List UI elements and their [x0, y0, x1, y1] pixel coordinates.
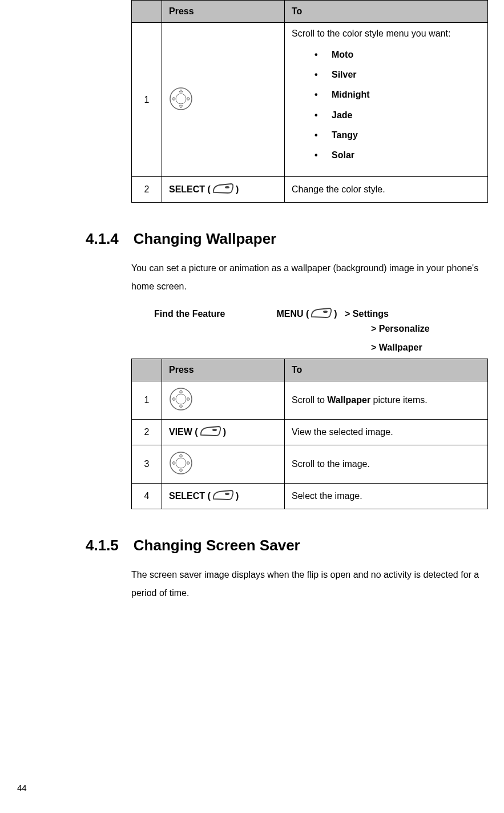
softkey-icon	[212, 183, 235, 196]
press-cell: SELECT ( )	[162, 177, 285, 203]
softkey-close: )	[236, 184, 239, 195]
svg-point-0	[170, 88, 192, 110]
to-post: picture items.	[370, 395, 428, 405]
table-row: 4 SELECT ( ) Select the image.	[132, 483, 488, 509]
section-heading-415: 4.1.5 Changing Screen Saver	[86, 537, 487, 554]
list-item: Jade	[315, 105, 481, 125]
table-row: 1 Scroll to Wallpaper picture items.	[132, 381, 488, 419]
svg-point-6	[212, 429, 217, 431]
nav-dpad-icon	[169, 87, 193, 113]
section-heading-414: 4.1.4 Changing Wallpaper	[86, 230, 487, 248]
softkey-close: )	[223, 427, 226, 437]
softkey-close: )	[236, 491, 239, 501]
color-style-steps-table: Press To 1 Scroll to the color	[131, 0, 488, 203]
wallpaper-steps-table: Press To 1 Scroll to Wallpaper	[131, 359, 488, 509]
svg-point-1	[176, 94, 186, 104]
menu-label-suffix: )	[334, 309, 337, 319]
table-header-blank	[132, 1, 162, 23]
find-feature-label: Find the Feature	[154, 309, 225, 319]
table-header-press: Press	[162, 359, 285, 381]
step-number: 1	[132, 381, 162, 419]
color-style-list: Moto Silver Midnight Jade Tangy Solar	[292, 45, 481, 165]
menu-path-personalize: > Personalize	[371, 321, 487, 337]
to-cell: Scroll to the image.	[285, 445, 488, 483]
softkey-icon	[199, 425, 222, 439]
press-cell: SELECT ( )	[162, 483, 285, 509]
press-cell	[162, 381, 285, 419]
softkey-text: VIEW (	[169, 427, 198, 437]
step-number: 4	[132, 483, 162, 509]
press-cell: VIEW ( )	[162, 419, 285, 445]
svg-point-2	[225, 186, 229, 188]
softkey-icon	[310, 307, 333, 321]
to-cell: Scroll to Wallpaper picture items.	[285, 381, 488, 419]
list-item: Solar	[315, 145, 481, 165]
to-bold: Wallpaper	[327, 395, 370, 405]
press-cell	[162, 445, 285, 483]
list-item: Tangy	[315, 125, 481, 145]
list-item: Moto	[315, 45, 481, 65]
table-header-press: Press	[162, 1, 285, 23]
svg-point-3	[323, 311, 328, 313]
svg-point-7	[170, 452, 192, 474]
to-cell: Select the image.	[285, 483, 488, 509]
menu-path-wallpaper: > Wallpaper	[371, 340, 487, 356]
section-body-415: The screen saver image displays when the…	[131, 566, 487, 602]
to-cell: Scroll to the color style menu you want:…	[285, 23, 488, 177]
svg-point-4	[170, 388, 192, 410]
find-the-feature-row: Find the Feature MENU ( ) > Settings	[154, 307, 487, 321]
to-pre: Scroll to	[292, 395, 327, 405]
step-number: 3	[132, 445, 162, 483]
press-cell	[162, 23, 285, 177]
list-item: Midnight	[315, 84, 481, 104]
softkey-text: SELECT (	[169, 184, 211, 195]
section-body-414: You can set a picture or animation as a …	[131, 259, 487, 296]
menu-path-settings: > Settings	[345, 309, 389, 319]
table-header-blank	[132, 359, 162, 381]
to-intro-text: Scroll to the color style menu you want:	[292, 29, 481, 39]
nav-dpad-icon	[169, 387, 193, 413]
softkey-icon	[212, 489, 235, 503]
softkey-text: SELECT (	[169, 491, 211, 501]
table-header-to: To	[285, 359, 488, 381]
table-row: 1 Scroll to the color style menu you wan…	[132, 23, 488, 177]
to-cell: Change the color style.	[285, 177, 488, 203]
svg-point-9	[225, 493, 229, 495]
page-number: 44	[17, 783, 27, 792]
table-header-to: To	[285, 1, 488, 23]
svg-point-8	[176, 458, 186, 468]
to-cell: View the selected image.	[285, 419, 488, 445]
menu-label-prefix: MENU (	[276, 309, 309, 319]
step-number: 2	[132, 419, 162, 445]
list-item: Silver	[315, 65, 481, 84]
step-number: 1	[132, 23, 162, 177]
step-number: 2	[132, 177, 162, 203]
table-row: 3 Scroll to the image.	[132, 445, 488, 483]
nav-dpad-icon	[169, 451, 193, 477]
table-row: 2 SELECT ( ) Change the color style.	[132, 177, 488, 203]
table-row: 2 VIEW ( ) View the selected image.	[132, 419, 488, 445]
svg-point-5	[176, 394, 186, 404]
